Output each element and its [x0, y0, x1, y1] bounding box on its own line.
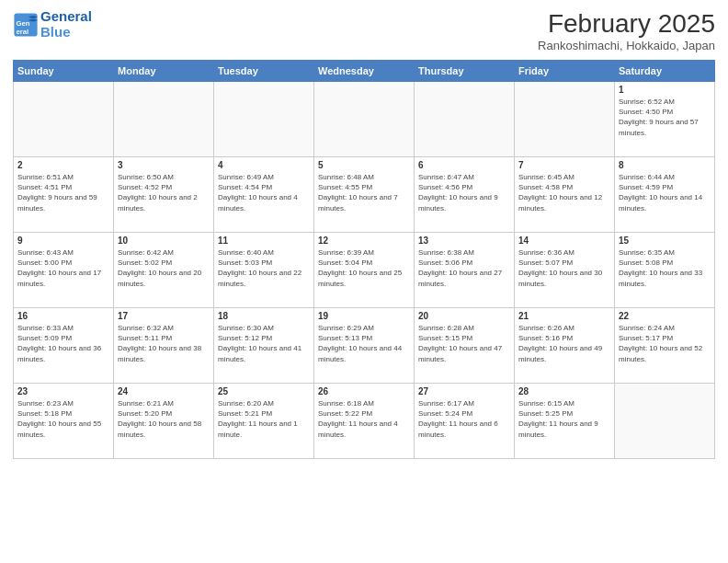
day-number: 15 [619, 236, 711, 246]
day-info: Sunrise: 6:52 AM Sunset: 4:50 PM Dayligh… [619, 97, 711, 138]
calendar-day: 14Sunrise: 6:36 AM Sunset: 5:07 PM Dayli… [515, 233, 615, 308]
calendar-week-2: 2Sunrise: 6:51 AM Sunset: 4:51 PM Daylig… [14, 157, 715, 233]
day-number: 9 [17, 236, 109, 246]
day-info: Sunrise: 6:47 AM Sunset: 4:56 PM Dayligh… [418, 172, 510, 213]
calendar-day: 24Sunrise: 6:21 AM Sunset: 5:20 PM Dayli… [114, 384, 214, 459]
calendar-day: 3Sunrise: 6:50 AM Sunset: 4:52 PM Daylig… [114, 157, 214, 233]
calendar-day [114, 82, 214, 157]
day-info: Sunrise: 6:42 AM Sunset: 5:02 PM Dayligh… [118, 247, 210, 289]
calendar-day: 16Sunrise: 6:33 AM Sunset: 5:09 PM Dayli… [14, 308, 114, 384]
calendar-day [14, 82, 114, 157]
calendar-day: 6Sunrise: 6:47 AM Sunset: 4:56 PM Daylig… [415, 157, 515, 233]
calendar-header-wednesday: Wednesday [314, 61, 415, 82]
svg-text:Gen: Gen [17, 19, 30, 28]
calendar-day: 7Sunrise: 6:45 AM Sunset: 4:58 PM Daylig… [515, 157, 615, 233]
calendar-day [615, 384, 715, 459]
day-info: Sunrise: 6:26 AM Sunset: 5:16 PM Dayligh… [518, 323, 610, 364]
day-info: Sunrise: 6:45 AM Sunset: 4:58 PM Dayligh… [518, 172, 610, 213]
calendar-day: 1Sunrise: 6:52 AM Sunset: 4:50 PM Daylig… [615, 82, 715, 157]
day-number: 27 [418, 386, 510, 396]
day-number: 12 [318, 236, 410, 246]
day-number: 3 [118, 160, 210, 170]
day-number: 11 [218, 236, 310, 246]
calendar-day: 11Sunrise: 6:40 AM Sunset: 5:03 PM Dayli… [214, 233, 314, 308]
day-info: Sunrise: 6:35 AM Sunset: 5:08 PM Dayligh… [619, 247, 711, 289]
calendar-day: 21Sunrise: 6:26 AM Sunset: 5:16 PM Dayli… [515, 308, 615, 384]
page-header: Gen eral General Blue February 2025 Rank… [13, 9, 715, 52]
calendar-day: 26Sunrise: 6:18 AM Sunset: 5:22 PM Dayli… [314, 384, 415, 459]
day-info: Sunrise: 6:33 AM Sunset: 5:09 PM Dayligh… [17, 323, 109, 364]
calendar-day [214, 82, 314, 157]
day-number: 1 [619, 85, 711, 95]
day-info: Sunrise: 6:36 AM Sunset: 5:07 PM Dayligh… [518, 247, 610, 289]
month-title: February 2025 [538, 9, 715, 39]
day-info: Sunrise: 6:29 AM Sunset: 5:13 PM Dayligh… [318, 323, 410, 364]
day-number: 16 [17, 311, 109, 321]
calendar-day: 8Sunrise: 6:44 AM Sunset: 4:59 PM Daylig… [615, 157, 715, 233]
calendar-week-3: 9Sunrise: 6:43 AM Sunset: 5:00 PM Daylig… [14, 233, 715, 308]
day-number: 23 [17, 386, 109, 396]
title-block: February 2025 Rankoshimachi, Hokkaido, J… [538, 9, 715, 52]
calendar-header-thursday: Thursday [415, 61, 515, 82]
day-number: 4 [218, 160, 310, 170]
day-info: Sunrise: 6:43 AM Sunset: 5:00 PM Dayligh… [17, 247, 109, 289]
day-number: 2 [17, 160, 109, 170]
svg-text:eral: eral [17, 27, 29, 35]
day-info: Sunrise: 6:48 AM Sunset: 4:55 PM Dayligh… [318, 172, 410, 213]
calendar-week-5: 23Sunrise: 6:23 AM Sunset: 5:18 PM Dayli… [14, 384, 715, 459]
day-number: 28 [518, 386, 610, 396]
day-number: 22 [619, 311, 711, 321]
day-number: 21 [518, 311, 610, 321]
day-info: Sunrise: 6:32 AM Sunset: 5:11 PM Dayligh… [118, 323, 210, 364]
calendar-day: 25Sunrise: 6:20 AM Sunset: 5:21 PM Dayli… [214, 384, 314, 459]
day-info: Sunrise: 6:18 AM Sunset: 5:22 PM Dayligh… [318, 398, 410, 440]
calendar-day: 15Sunrise: 6:35 AM Sunset: 5:08 PM Dayli… [615, 233, 715, 308]
calendar-header-saturday: Saturday [615, 61, 715, 82]
day-info: Sunrise: 6:49 AM Sunset: 4:54 PM Dayligh… [218, 172, 310, 213]
day-info: Sunrise: 6:38 AM Sunset: 5:06 PM Dayligh… [418, 247, 510, 289]
day-number: 13 [418, 236, 510, 246]
day-number: 10 [118, 236, 210, 246]
logo-text: General Blue [40, 9, 92, 40]
calendar-day: 19Sunrise: 6:29 AM Sunset: 5:13 PM Dayli… [314, 308, 415, 384]
calendar-header-friday: Friday [515, 61, 615, 82]
day-info: Sunrise: 6:30 AM Sunset: 5:12 PM Dayligh… [218, 323, 310, 364]
day-info: Sunrise: 6:50 AM Sunset: 4:52 PM Dayligh… [118, 172, 210, 213]
calendar-day: 12Sunrise: 6:39 AM Sunset: 5:04 PM Dayli… [314, 233, 415, 308]
calendar-day: 10Sunrise: 6:42 AM Sunset: 5:02 PM Dayli… [114, 233, 214, 308]
day-number: 25 [218, 386, 310, 396]
calendar-day: 28Sunrise: 6:15 AM Sunset: 5:25 PM Dayli… [515, 384, 615, 459]
calendar-header-sunday: Sunday [14, 61, 114, 82]
day-info: Sunrise: 6:24 AM Sunset: 5:17 PM Dayligh… [619, 323, 711, 364]
day-number: 24 [118, 386, 210, 396]
calendar-day: 2Sunrise: 6:51 AM Sunset: 4:51 PM Daylig… [14, 157, 114, 233]
calendar: SundayMondayTuesdayWednesdayThursdayFrid… [13, 60, 715, 459]
day-number: 7 [518, 160, 610, 170]
calendar-week-4: 16Sunrise: 6:33 AM Sunset: 5:09 PM Dayli… [14, 308, 715, 384]
calendar-day: 5Sunrise: 6:48 AM Sunset: 4:55 PM Daylig… [314, 157, 415, 233]
calendar-day: 9Sunrise: 6:43 AM Sunset: 5:00 PM Daylig… [14, 233, 114, 308]
day-info: Sunrise: 6:23 AM Sunset: 5:18 PM Dayligh… [17, 398, 109, 440]
calendar-day [314, 82, 415, 157]
day-info: Sunrise: 6:51 AM Sunset: 4:51 PM Dayligh… [17, 172, 109, 213]
calendar-header-tuesday: Tuesday [214, 61, 314, 82]
calendar-day: 27Sunrise: 6:17 AM Sunset: 5:24 PM Dayli… [415, 384, 515, 459]
calendar-day: 20Sunrise: 6:28 AM Sunset: 5:15 PM Dayli… [415, 308, 515, 384]
day-number: 5 [318, 160, 410, 170]
day-info: Sunrise: 6:44 AM Sunset: 4:59 PM Dayligh… [619, 172, 711, 213]
subtitle: Rankoshimachi, Hokkaido, Japan [538, 39, 715, 52]
day-number: 6 [418, 160, 510, 170]
day-number: 8 [619, 160, 711, 170]
calendar-day [415, 82, 515, 157]
calendar-day: 18Sunrise: 6:30 AM Sunset: 5:12 PM Dayli… [214, 308, 314, 384]
day-number: 19 [318, 311, 410, 321]
calendar-week-1: 1Sunrise: 6:52 AM Sunset: 4:50 PM Daylig… [14, 82, 715, 157]
day-info: Sunrise: 6:39 AM Sunset: 5:04 PM Dayligh… [318, 247, 410, 289]
day-info: Sunrise: 6:15 AM Sunset: 5:25 PM Dayligh… [518, 398, 610, 440]
calendar-day: 22Sunrise: 6:24 AM Sunset: 5:17 PM Dayli… [615, 308, 715, 384]
day-info: Sunrise: 6:17 AM Sunset: 5:24 PM Dayligh… [418, 398, 510, 440]
day-number: 17 [118, 311, 210, 321]
day-number: 14 [518, 236, 610, 246]
logo: Gen eral General Blue [13, 9, 92, 40]
day-number: 20 [418, 311, 510, 321]
